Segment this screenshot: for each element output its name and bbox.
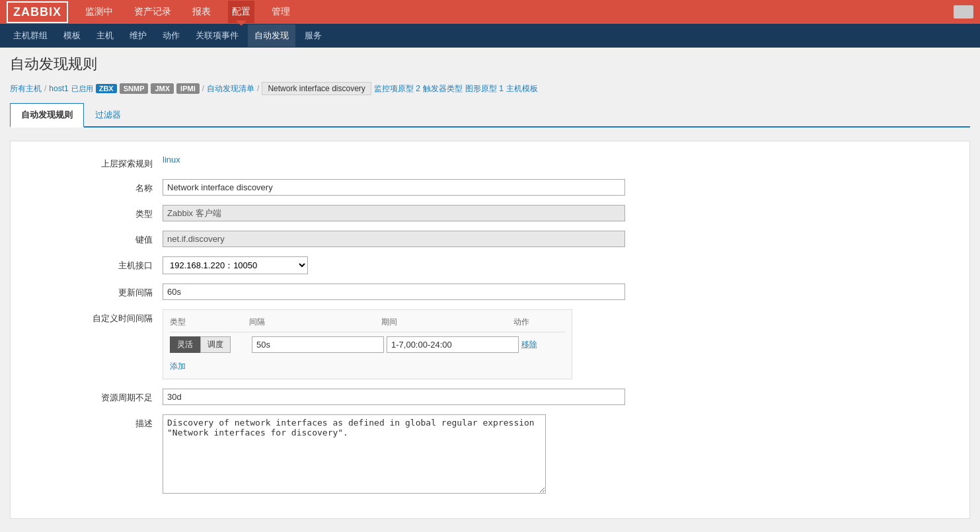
lifetime-input[interactable] [163,389,625,405]
nav-related-events[interactable]: 关联项事件 [189,24,245,47]
breadcrumb-sep1: / [44,84,46,93]
description-label: 描述 [30,414,163,430]
form-row-host-interface: 主机接口 192.168.1.220：10050 [30,256,950,274]
breadcrumb-discovery-list[interactable]: 自动发现清单 [207,83,254,95]
col-period: 期间 [381,317,513,328]
col-interval: 间隔 [249,317,381,328]
update-interval-value [163,284,625,300]
breadcrumb: 所有主机 / host1 已启用 ZBX SNMP JMX IPMI / 自动发… [10,82,970,95]
custom-intervals-label: 自定义时间间隔 [30,309,163,324]
remove-link[interactable]: 移除 [521,340,537,349]
form-row-lifetime: 资源周期不足 [30,389,950,405]
interval-cell [252,336,384,353]
col-type: 类型 [170,317,249,328]
key-input[interactable] [163,231,625,247]
description-textarea[interactable]: Discovery of network interfaces as defin… [163,414,546,494]
form-container: 上层探索规则 linux 名称 类型 键值 [10,141,970,519]
type-input[interactable] [163,205,625,221]
type-label: 类型 [30,205,163,220]
breadcrumb-monitoring-prototype[interactable]: 监控项原型 2 [374,83,420,95]
interval-input[interactable] [252,336,384,353]
form-row-key: 键值 [30,231,950,247]
form-row-parent-rule: 上层探索规则 linux [30,155,950,170]
period-cell [387,336,519,353]
parent-rule-link[interactable]: linux [163,155,180,165]
nav-report[interactable]: 报表 [188,1,215,23]
breadcrumb-all-hosts[interactable]: 所有主机 [10,83,42,95]
nav-autodiscovery[interactable]: 自动发现 [248,24,295,47]
page-content: 自动发现规则 所有主机 / host1 已启用 ZBX SNMP JMX IPM… [0,48,980,532]
name-value [163,179,625,196]
nav-actions[interactable]: 动作 [156,24,186,47]
btn-schedule[interactable]: 调度 [200,336,231,353]
nav-services[interactable]: 服务 [298,24,328,47]
host-interface-value: 192.168.1.220：10050 [163,256,625,274]
form-row-description: 描述 Discovery of network interfaces as de… [30,414,950,496]
type-value [163,205,625,221]
form-row-custom-intervals: 自定义时间间隔 类型 间隔 期间 动作 灵活 调度 [30,309,950,379]
badge-snmp: SNMP [120,83,149,94]
tab-filter[interactable]: 过滤器 [84,103,132,128]
key-value [163,231,625,247]
breadcrumb-trigger-prototype[interactable]: 触发器类型 [423,83,463,95]
tab-discovery-rule[interactable]: 自动发现规则 [10,103,84,128]
lifetime-label: 资源周期不足 [30,389,163,404]
form-row-name: 名称 [30,179,950,196]
parent-rule-value: linux [163,155,625,165]
lifetime-value [163,389,625,405]
badge-ipmi: IPMI [176,83,200,94]
breadcrumb-host-template[interactable]: 主机模板 [506,83,538,95]
parent-rule-label: 上层探索规则 [30,155,163,170]
page-title: 自动发现规则 [10,54,970,74]
custom-intervals-table: 类型 间隔 期间 动作 灵活 调度 [163,309,572,379]
custom-intervals-value: 类型 间隔 期间 动作 灵活 调度 [163,309,625,379]
custom-intervals-header: 类型 间隔 期间 动作 [170,317,565,332]
nav-config[interactable]: 配置 [228,1,254,23]
host-interface-label: 主机接口 [30,256,163,272]
breadcrumb-current: Network interface discovery [262,82,371,95]
nav-templates[interactable]: 模板 [57,24,87,47]
logo: ZABBIX [7,1,68,23]
interval-type-buttons: 灵活 调度 [170,336,249,353]
breadcrumb-graph-prototype[interactable]: 图形原型 1 [465,83,504,95]
tabs: 自动发现规则 过滤器 [10,102,970,128]
add-interval-link[interactable]: 添加 [170,361,186,372]
second-navigation: 主机群组 模板 主机 维护 动作 关联项事件 自动发现 服务 [0,24,980,48]
breadcrumb-sep4: / [257,84,259,93]
nav-admin[interactable]: 管理 [268,1,294,23]
period-input[interactable] [387,336,519,353]
badge-zbx[interactable]: ZBX [96,84,117,93]
nav-hosts[interactable]: 主机 [90,24,120,47]
update-interval-label: 更新间隔 [30,284,163,299]
name-label: 名称 [30,179,163,194]
top-nav-items: 监测中 资产记录 报表 配置 管理 [81,1,294,23]
breadcrumb-status[interactable]: 已启用 [71,84,93,94]
update-interval-input[interactable] [163,284,625,300]
action-cell: 移除 [521,339,574,350]
breadcrumb-sep3: / [202,84,204,93]
top-right-widget [954,5,973,19]
nav-assets[interactable]: 资产记录 [130,1,175,23]
top-navigation: ZABBIX 监测中 资产记录 报表 配置 管理 [0,0,980,24]
btn-flexible[interactable]: 灵活 [170,336,200,353]
description-value: Discovery of network interfaces as defin… [163,414,625,496]
nav-maintenance[interactable]: 维护 [123,24,153,47]
form-row-update-interval: 更新间隔 [30,284,950,300]
name-input[interactable] [163,179,625,196]
host-interface-select[interactable]: 192.168.1.220：10050 [163,256,308,274]
custom-interval-row: 灵活 调度 移除 [170,336,565,353]
col-action: 动作 [513,317,566,328]
nav-monitor[interactable]: 监测中 [81,1,117,23]
key-label: 键值 [30,231,163,246]
breadcrumb-host1[interactable]: host1 [49,84,68,93]
badge-jmx: JMX [151,83,174,94]
form-row-type: 类型 [30,205,950,221]
nav-host-groups[interactable]: 主机群组 [7,24,54,47]
